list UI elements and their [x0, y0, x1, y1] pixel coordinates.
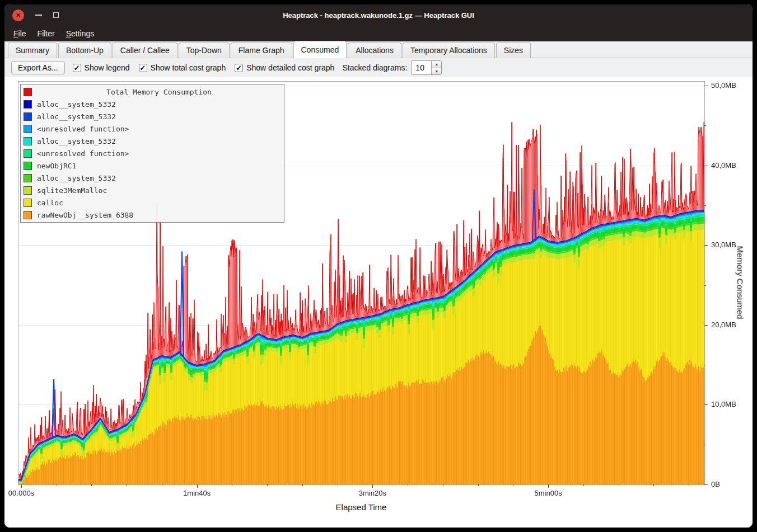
- y-axis-title: Memory Consumed: [736, 246, 745, 319]
- tab-flame-graph[interactable]: Flame Graph: [231, 43, 292, 58]
- y-tick-label: 0B: [711, 480, 750, 488]
- legend-label: <unresolved function>: [37, 149, 129, 158]
- legend-swatch-icon: [24, 137, 32, 145]
- maximize-button[interactable]: [53, 12, 59, 18]
- checkbox-icon: ✓: [73, 64, 81, 72]
- checkbox-group: ✓Show legend✓Show total cost graph✓Show …: [73, 63, 335, 72]
- x-tick-label: 1min40s: [172, 489, 222, 497]
- menu-filter[interactable]: Filter: [32, 27, 60, 40]
- legend-item: <unresolved function>: [22, 147, 282, 159]
- legend-item: rawNewObj__system_6388: [22, 209, 282, 221]
- checkbox-show-legend[interactable]: ✓Show legend: [73, 63, 130, 72]
- app-window: ✕ Heaptrack - heaptrack.wakunode.1.gz — …: [4, 4, 753, 528]
- stacked-diagrams-control: Stacked diagrams: 10 ▲ ▼: [342, 60, 442, 75]
- spinbox-buttons: ▲ ▼: [431, 61, 441, 74]
- chart-panel: Total Memory Consumptionalloc__system_53…: [4, 77, 753, 528]
- minimize-icon: [35, 15, 42, 16]
- stacked-diagrams-value: 10: [412, 61, 431, 74]
- x-tick-label: 00.000s: [4, 489, 46, 497]
- stacked-diagrams-spinbox[interactable]: 10 ▲ ▼: [411, 60, 442, 75]
- legend-label: newObjRC1: [37, 162, 76, 170]
- tab-summary[interactable]: Summary: [8, 43, 57, 58]
- legend-title: Total Memory Consumption: [37, 88, 281, 96]
- legend-item: calloc: [22, 196, 282, 209]
- legend-item: newObjRC1: [22, 159, 282, 172]
- legend-swatch-icon: [24, 112, 32, 121]
- legend-label: rawNewObj__system_6388: [37, 211, 133, 219]
- legend-item: <unresolved function>: [22, 123, 282, 135]
- tab-caller-callee[interactable]: Caller / Callee: [113, 43, 177, 58]
- x-axis-title: Elapsed Time: [316, 502, 406, 512]
- legend-label: calloc: [37, 199, 63, 207]
- legend-swatch-icon: [24, 162, 32, 170]
- y-tick-label: 40,0MB: [711, 161, 750, 170]
- window-title: Heaptrack - heaptrack.wakunode.1.gz — He…: [4, 11, 753, 20]
- legend-swatch-icon: [24, 199, 32, 207]
- legend-title-row: Total Memory Consumption: [22, 86, 282, 98]
- legend-swatch-icon: [24, 211, 32, 219]
- x-tick-label: 3min20s: [347, 489, 398, 497]
- y-tick-label: 20,0MB: [711, 321, 750, 329]
- chart-legend: Total Memory Consumptionalloc__system_53…: [20, 84, 284, 223]
- checkbox-show-detailed-cost-graph[interactable]: ✓Show detailed cost graph: [235, 63, 334, 72]
- stacked-diagrams-label: Stacked diagrams:: [342, 63, 407, 72]
- checkbox-label: Show detailed cost graph: [246, 63, 334, 72]
- legend-item: sqlite3MemMalloc: [22, 184, 282, 196]
- legend-item: alloc__system_5332: [22, 172, 282, 184]
- checkbox-icon: ✓: [235, 64, 243, 72]
- window-controls: ✕: [4, 10, 59, 21]
- legend-swatch-icon: [24, 125, 32, 133]
- legend-item: alloc__system_5332: [22, 135, 282, 147]
- legend-label: alloc__system_5332: [37, 100, 116, 109]
- checkbox-label: Show total cost graph: [151, 63, 226, 72]
- tab-allocations[interactable]: Allocations: [348, 43, 401, 58]
- tab-top-down[interactable]: Top-Down: [179, 43, 230, 58]
- legend-label: alloc__system_5332: [37, 137, 116, 145]
- legend-item: alloc__system_5332: [22, 110, 282, 123]
- close-button[interactable]: ✕: [12, 10, 24, 21]
- checkbox-show-total-cost-graph[interactable]: ✓Show total cost graph: [139, 63, 226, 72]
- tab-consumed[interactable]: Consumed: [293, 41, 347, 58]
- legend-total-swatch-icon: [24, 88, 32, 96]
- menubar: FileFilterSettings: [4, 26, 753, 41]
- maximize-icon: [53, 12, 59, 18]
- export-as-button[interactable]: Export As...: [11, 61, 65, 74]
- x-tick-label: 5min00s: [523, 489, 573, 497]
- legend-label: alloc__system_5332: [37, 112, 116, 121]
- legend-label: sqlite3MemMalloc: [37, 186, 107, 195]
- spin-up-button[interactable]: ▲: [432, 61, 441, 68]
- legend-label: <unresolved function>: [37, 125, 129, 133]
- legend-label: alloc__system_5332: [37, 174, 116, 182]
- menu-settings[interactable]: Settings: [60, 27, 100, 40]
- minimize-button[interactable]: [35, 15, 42, 16]
- checkbox-icon: ✓: [139, 64, 147, 72]
- legend-swatch-icon: [24, 100, 32, 109]
- tab-temporary-allocations[interactable]: Temporary Allocations: [403, 43, 495, 58]
- legend-item: alloc__system_5332: [22, 98, 282, 110]
- legend-swatch-icon: [24, 149, 32, 158]
- tab-bottom-up[interactable]: Bottom-Up: [58, 43, 111, 58]
- checkbox-label: Show legend: [85, 63, 130, 72]
- tab-sizes[interactable]: Sizes: [496, 43, 531, 58]
- legend-swatch-icon: [24, 174, 32, 182]
- tabbar: SummaryBottom-UpCaller / CalleeTop-DownF…: [4, 41, 753, 58]
- y-tick-label: 30,0MB: [711, 241, 750, 249]
- menu-file[interactable]: File: [8, 27, 32, 40]
- toolbar: Export As... ✓Show legend✓Show total cos…: [4, 58, 753, 77]
- spin-down-button[interactable]: ▼: [432, 68, 441, 75]
- titlebar: ✕ Heaptrack - heaptrack.wakunode.1.gz — …: [4, 4, 753, 26]
- legend-swatch-icon: [24, 186, 32, 195]
- y-tick-label: 10,0MB: [711, 400, 750, 408]
- y-tick-label: 50,0MB: [711, 81, 750, 90]
